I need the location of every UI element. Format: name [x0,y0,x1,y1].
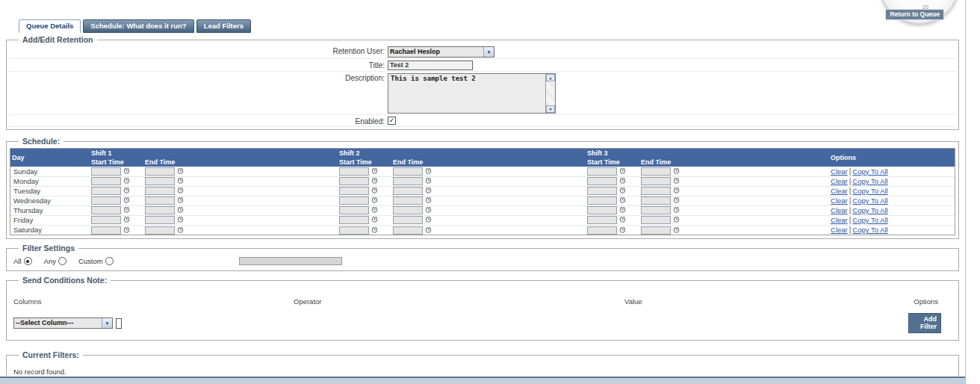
shift1-start-time-input[interactable] [91,226,121,235]
time-picker-clock-icon[interactable] [673,167,680,176]
shift2-start-time-input[interactable] [339,216,369,224]
shift1-start-time-input[interactable] [91,187,121,195]
time-picker-clock-icon[interactable] [123,196,130,205]
time-picker-clock-icon[interactable] [123,187,130,195]
shift3-end-time-input[interactable] [641,206,671,214]
shift1-end-time-input[interactable] [145,196,175,205]
copy-to-all-link[interactable]: Copy To All [852,216,887,224]
shift3-end-time-input[interactable] [641,187,671,195]
time-picker-clock-icon[interactable] [619,206,626,214]
time-picker-clock-icon[interactable] [425,226,432,235]
shift1-start-time-input[interactable] [91,206,121,214]
shift3-start-time-input[interactable] [587,216,617,224]
shift1-start-time-input[interactable] [91,216,121,224]
time-picker-clock-icon[interactable] [177,216,184,224]
time-picker-clock-icon[interactable] [123,216,130,224]
shift1-end-time-input[interactable] [145,187,175,195]
shift1-end-time-input[interactable] [145,226,175,235]
time-picker-clock-icon[interactable] [673,177,680,185]
time-picker-clock-icon[interactable] [619,187,626,195]
shift3-end-time-input[interactable] [641,167,671,176]
time-picker-clock-icon[interactable] [371,177,378,185]
time-picker-clock-icon[interactable] [619,196,626,205]
time-picker-clock-icon[interactable] [425,167,432,176]
shift3-start-time-input[interactable] [587,226,617,235]
chevron-down-icon[interactable]: ▼ [102,318,112,328]
time-picker-clock-icon[interactable] [425,196,432,205]
time-picker-clock-icon[interactable] [371,196,378,205]
clear-link[interactable]: Clear [831,196,848,205]
clear-link[interactable]: Clear [831,216,848,224]
shift2-start-time-input[interactable] [339,167,369,176]
time-picker-clock-icon[interactable] [123,226,130,235]
clear-link[interactable]: Clear [831,226,848,234]
shift3-end-time-input[interactable] [641,177,671,185]
shift2-end-time-input[interactable] [393,187,423,195]
tab-queue-details[interactable]: Queue Details [19,19,81,33]
shift2-end-time-input[interactable] [393,216,423,224]
shift3-start-time-input[interactable] [587,177,617,185]
radio-custom[interactable] [105,257,114,265]
shift1-end-time-input[interactable] [145,167,175,176]
column-mini-input[interactable] [116,318,122,329]
copy-to-all-link[interactable]: Copy To All [852,177,887,185]
radio-any[interactable] [58,257,66,265]
copy-to-all-link[interactable]: Copy To All [852,196,887,205]
clear-link[interactable]: Clear [831,206,848,214]
radio-all[interactable] [24,257,32,265]
custom-filter-input[interactable] [239,257,342,265]
shift2-start-time-input[interactable] [339,226,369,235]
time-picker-clock-icon[interactable] [425,206,432,214]
clear-link[interactable]: Clear [831,177,848,185]
time-picker-clock-icon[interactable] [177,206,184,214]
time-picker-clock-icon[interactable] [177,226,184,235]
time-picker-clock-icon[interactable] [177,177,184,185]
time-picker-clock-icon[interactable] [619,216,626,224]
textarea-scrollbar[interactable]: ▲ ▼ [545,74,555,113]
time-picker-clock-icon[interactable] [371,206,378,214]
copy-to-all-link[interactable]: Copy To All [852,167,887,176]
shift1-start-time-input[interactable] [91,196,121,205]
time-picker-clock-icon[interactable] [123,206,130,214]
retention-user-select[interactable]: Rachael Heslop ▼ [388,46,494,58]
shift2-end-time-input[interactable] [393,206,423,214]
time-picker-clock-icon[interactable] [673,226,680,235]
shift3-start-time-input[interactable] [587,206,617,214]
time-picker-clock-icon[interactable] [371,216,378,224]
time-picker-clock-icon[interactable] [177,187,184,195]
shift2-end-time-input[interactable] [393,167,423,176]
time-picker-clock-icon[interactable] [371,226,378,235]
time-picker-clock-icon[interactable] [123,177,130,185]
return-to-queue-button[interactable]: Return to Queue [885,9,944,20]
scroll-down-icon[interactable]: ▼ [546,105,555,113]
time-picker-clock-icon[interactable] [371,187,378,195]
time-picker-clock-icon[interactable] [425,187,432,195]
add-filter-button[interactable]: Add Filter [908,313,941,333]
shift3-end-time-input[interactable] [641,226,671,235]
shift2-start-time-input[interactable] [339,187,369,195]
shift3-start-time-input[interactable] [587,196,617,205]
description-textarea[interactable]: This is sample test 2 ▲ ▼ [388,73,556,114]
time-picker-clock-icon[interactable] [177,196,184,205]
shift3-start-time-input[interactable] [587,187,617,195]
chevron-down-icon[interactable]: ▼ [483,47,494,57]
time-picker-clock-icon[interactable] [619,226,626,235]
scroll-up-icon[interactable]: ▲ [546,74,555,81]
time-picker-clock-icon[interactable] [673,206,680,214]
shift2-end-time-input[interactable] [393,177,423,185]
time-picker-clock-icon[interactable] [123,167,130,176]
time-picker-clock-icon[interactable] [619,167,626,176]
shift3-end-time-input[interactable] [641,196,671,205]
shift3-end-time-input[interactable] [641,216,671,224]
shift2-start-time-input[interactable] [339,206,369,214]
time-picker-clock-icon[interactable] [425,177,432,185]
time-picker-clock-icon[interactable] [425,216,432,224]
copy-to-all-link[interactable]: Copy To All [852,206,887,214]
shift1-start-time-input[interactable] [91,167,121,176]
tab-lead-filters[interactable]: Lead Filters [196,19,251,33]
shift1-end-time-input[interactable] [145,206,175,214]
time-picker-clock-icon[interactable] [673,216,680,224]
shift2-start-time-input[interactable] [339,196,369,205]
time-picker-clock-icon[interactable] [619,177,626,185]
copy-to-all-link[interactable]: Copy To All [852,187,887,195]
